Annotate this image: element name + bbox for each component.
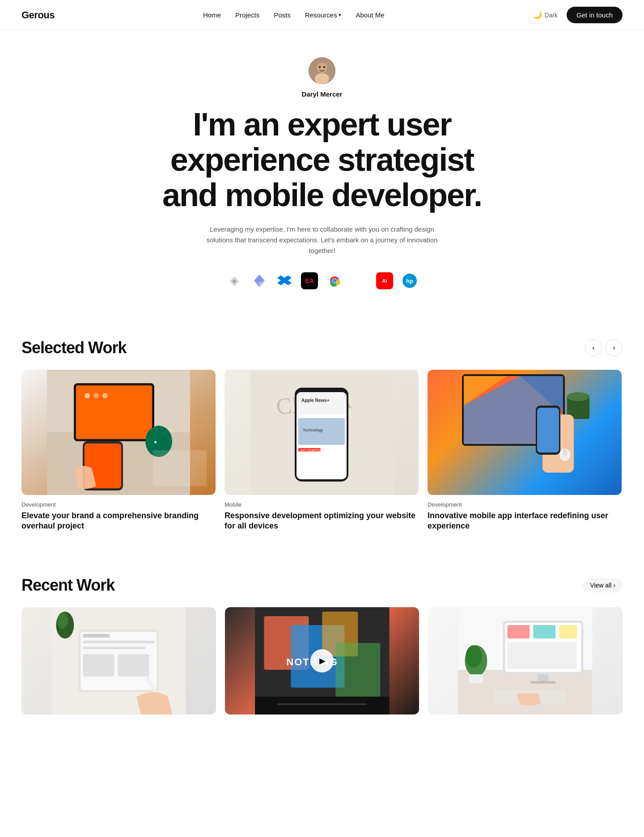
- svg-rect-78: [508, 625, 530, 638]
- svg-rect-31: [297, 392, 347, 414]
- avatar-svg: [309, 57, 335, 84]
- recent-work-title: Recent Work: [21, 576, 114, 595]
- selected-work-title: Selected Work: [21, 338, 126, 357]
- svg-point-2: [315, 73, 329, 84]
- svg-rect-70: [277, 703, 367, 705]
- video-play-button[interactable]: ▶: [310, 649, 334, 672]
- svg-rect-57: [83, 647, 145, 649]
- svg-rect-75: [470, 674, 483, 683]
- svg-point-49: [563, 449, 567, 456]
- work-card-title-1: Elevate your brand a comprehensive brand…: [21, 511, 216, 532]
- svg-rect-58: [83, 654, 114, 676]
- svg-point-25: [145, 426, 172, 457]
- nav-resources-dropdown[interactable]: Resources ▾: [305, 11, 342, 19]
- dark-mode-toggle[interactable]: 🌙 Dark: [533, 11, 558, 19]
- hp-icon: hp: [401, 272, 418, 289]
- work-card-image-2: CEREA Apple News+ Technology GET STARTED: [225, 370, 419, 495]
- ethereum-icon: [251, 272, 268, 289]
- work-card-category-1: Development: [21, 501, 216, 508]
- chevron-down-icon: ▾: [339, 12, 341, 18]
- play-icon: ▶: [319, 656, 326, 666]
- svg-text:Apple News+: Apple News+: [301, 398, 330, 403]
- hero-author-name: Daryl Mercer: [302, 90, 343, 98]
- svg-point-74: [466, 645, 482, 668]
- mobile-dev-svg: [428, 370, 622, 495]
- svg-rect-67: [335, 643, 380, 697]
- svg-rect-59: [118, 654, 149, 676]
- carousel-nav: ‹ ›: [585, 339, 623, 356]
- work-card-3[interactable]: Development Innovative mobile app interf…: [428, 370, 622, 532]
- svg-rect-69: [255, 697, 389, 714]
- svg-text:hp: hp: [406, 278, 413, 284]
- recent-work-section: Recent Work View all ›: [0, 558, 644, 741]
- nav-about[interactable]: About Me: [356, 11, 384, 19]
- recent-work-header: Recent Work View all ›: [21, 576, 623, 595]
- svg-point-44: [567, 392, 589, 401]
- work-card-category-3: Development: [428, 501, 622, 508]
- svg-point-20: [85, 393, 90, 398]
- work-card-2[interactable]: CEREA Apple News+ Technology GET STARTED…: [225, 370, 419, 532]
- tablet-desk-svg: [428, 607, 623, 714]
- svg-rect-81: [508, 642, 577, 669]
- svg-text:GET STARTED: GET STARTED: [300, 449, 322, 452]
- recent-card-3[interactable]: [428, 607, 623, 714]
- recent-card-1[interactable]: [21, 607, 216, 714]
- hero-subtitle: Leveraging my expertise, I'm here to col…: [206, 224, 438, 256]
- nav-right: 🌙 Dark Get in touch: [533, 7, 623, 23]
- selected-work-header: Selected Work ‹ ›: [21, 338, 623, 357]
- moon-icon: 🌙: [533, 11, 542, 19]
- ea-icon: EA: [301, 272, 318, 289]
- view-all-button[interactable]: View all ›: [583, 578, 623, 592]
- svg-text:★: ★: [153, 440, 157, 444]
- svg-point-12: [333, 279, 336, 283]
- svg-rect-80: [559, 625, 577, 638]
- get-in-touch-button[interactable]: Get in touch: [567, 7, 623, 23]
- work-carousel: ★ Development Elevate your brand a compr…: [21, 370, 623, 532]
- chrome-icon: [326, 272, 343, 289]
- logo[interactable]: Gerous: [21, 9, 55, 21]
- svg-rect-82: [538, 674, 549, 681]
- avatar-image: [309, 57, 335, 84]
- svg-rect-55: [83, 634, 110, 638]
- svg-point-5: [323, 66, 325, 68]
- brand-logos: ◈ EA Ai: [226, 272, 418, 289]
- apple-icon: [351, 272, 368, 289]
- work-card-title-3: Innovative mobile app interface redefini…: [428, 511, 622, 532]
- hero-title: I'm an expert user experience strategist…: [148, 107, 496, 213]
- svg-rect-83: [531, 681, 556, 684]
- hero-section: Daryl Mercer I'm an expert user experien…: [0, 30, 644, 312]
- dropbox-icon: [276, 272, 293, 289]
- ipad-mockup-svg: ★: [21, 370, 216, 495]
- work-card-category-2: Mobile: [225, 501, 419, 508]
- svg-point-21: [93, 393, 99, 398]
- nav-home[interactable]: Home: [203, 11, 221, 19]
- recent-card-2[interactable]: NOTHING ▶: [225, 607, 419, 714]
- svg-point-52: [57, 613, 68, 629]
- svg-point-22: [102, 393, 108, 398]
- work-card-image-3: [428, 370, 622, 495]
- selected-work-section: Selected Work ‹ ›: [0, 312, 644, 558]
- svg-rect-79: [534, 625, 556, 638]
- svg-text:Technology: Technology: [303, 428, 323, 432]
- nav-links: Home Projects Posts Resources ▾ About Me: [203, 11, 385, 19]
- carousel-prev-button[interactable]: ‹: [585, 339, 602, 356]
- sketch-svg: [21, 607, 216, 714]
- chevron-right-icon: ›: [613, 582, 615, 589]
- work-card-1[interactable]: ★ Development Elevate your brand a compr…: [21, 370, 216, 532]
- adobe-icon: Ai: [376, 272, 393, 289]
- svg-rect-47: [537, 408, 559, 452]
- abstract-icon: ◈: [226, 272, 243, 289]
- work-card-image-1: ★: [21, 370, 216, 495]
- cereal-mockup-svg: CEREA Apple News+ Technology GET STARTED: [225, 370, 419, 495]
- svg-rect-56: [83, 641, 154, 643]
- carousel-next-button[interactable]: ›: [606, 339, 623, 356]
- svg-point-4: [319, 66, 321, 68]
- recent-grid: NOTHING ▶: [21, 607, 623, 714]
- nav-projects[interactable]: Projects: [235, 11, 259, 19]
- avatar: [309, 57, 335, 84]
- navbar: Gerous Home Projects Posts Resources ▾ A…: [0, 0, 644, 30]
- nav-posts[interactable]: Posts: [274, 11, 291, 19]
- work-card-title-2: Responsive development optimizing your w…: [225, 511, 419, 532]
